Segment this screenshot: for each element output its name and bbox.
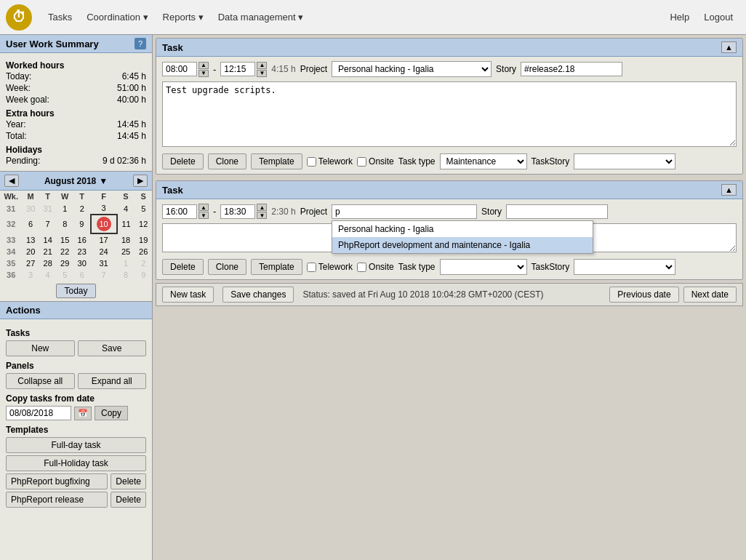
task2-taskstory-select[interactable] [574,259,675,275]
cal-day-31-5[interactable]: 4 [117,202,135,215]
task1-telework-checkbox[interactable] [307,157,316,167]
template2-delete-btn[interactable]: Delete [111,492,146,508]
cal-day-31-3[interactable]: 2 [73,202,91,215]
cal-day-32-6[interactable]: 12 [135,215,152,233]
cal-day-34-6[interactable]: 26 [135,246,152,257]
cal-day-35-0[interactable]: 27 [22,257,39,269]
cal-day-33-0[interactable]: 13 [22,233,39,246]
save-action-btn[interactable]: Save [78,340,147,356]
cal-day-36-1[interactable]: 4 [39,269,57,281]
calendar-prev-btn[interactable]: ◀ [4,175,19,187]
dropdown-option-1[interactable]: Personal hacking - Igalia [332,221,593,237]
cal-day-36-5[interactable]: 8 [117,269,135,281]
task1-end-up[interactable]: ▲ [257,62,267,69]
cal-day-33-3[interactable]: 16 [73,233,91,246]
cal-day-35-5[interactable]: 1 [117,257,135,269]
copy-btn[interactable]: Copy [95,406,128,420]
cal-day-35-6[interactable]: 2 [135,257,152,269]
task2-telework-checkbox[interactable] [307,263,316,272]
help-button[interactable]: ? [135,38,146,49]
task1-clone-btn[interactable]: Clone [208,153,246,169]
task1-end-input[interactable] [220,62,255,76]
template2-btn[interactable]: PhpReport release [6,492,108,508]
task1-onsite-checkbox[interactable] [357,157,366,167]
cal-day-31-4[interactable]: 3 [91,202,117,215]
cal-day-34-1[interactable]: 21 [39,246,57,257]
dropdown-option-2[interactable]: PhpReport development and maintenance - … [332,237,593,253]
calendar-next-btn[interactable]: ▶ [133,175,148,187]
task2-telework-label[interactable]: Telework [307,262,353,272]
cal-day-33-4[interactable]: 17 [91,233,117,246]
task1-start-up[interactable]: ▲ [198,62,209,69]
task1-onsite-label[interactable]: Onsite [357,156,394,167]
cal-day-33-2[interactable]: 15 [56,233,73,246]
task2-onsite-label[interactable]: Onsite [357,262,394,272]
new-task-btn[interactable]: New task [162,287,214,303]
task2-end-down[interactable]: ▼ [257,212,267,219]
cal-day-36-3[interactable]: 6 [73,269,91,281]
cal-day-36-0[interactable]: 3 [22,269,39,281]
task1-description[interactable]: Test upgrade scripts. [162,81,737,147]
save-changes-btn[interactable]: Save changes [222,287,294,303]
cal-day-33-6[interactable]: 19 [135,233,152,246]
cal-day-36-4[interactable]: 7 [91,269,117,281]
task1-template-btn[interactable]: Template [251,153,302,169]
copy-date-input[interactable] [6,406,71,420]
task2-template-btn[interactable]: Template [251,259,302,275]
task1-start-input[interactable] [162,62,197,76]
task1-telework-label[interactable]: Telework [307,156,353,167]
cal-day-35-2[interactable]: 29 [56,257,73,269]
task1-start-down[interactable]: ▼ [198,70,209,77]
task1-project-select[interactable]: Personal hacking - Igalia [332,61,492,77]
cal-day-35-4[interactable]: 31 [91,257,117,269]
cal-day-36-2[interactable]: 5 [56,269,73,281]
task2-start-down[interactable]: ▼ [198,212,209,219]
cal-day-34-2[interactable]: 22 [56,246,73,257]
task2-start-up[interactable]: ▲ [198,204,209,211]
nav-coordination[interactable]: Coordination ▾ [79,1,155,33]
cal-day-35-3[interactable]: 30 [73,257,91,269]
cal-day-33-5[interactable]: 18 [117,233,135,246]
nav-tasks[interactable]: Tasks [41,1,79,33]
task1-story-input[interactable] [521,62,622,76]
full-holiday-task-btn[interactable]: Full-Holiday task [6,455,146,471]
task2-tasktype-select[interactable] [440,259,527,275]
task2-start-input[interactable] [162,204,197,219]
expand-all-btn[interactable]: Expand all [78,373,147,389]
copy-cal-btn[interactable]: 📅 [74,407,92,420]
nav-reports[interactable]: Reports ▾ [156,1,211,33]
task2-project-input[interactable] [332,204,477,219]
task2-end-input[interactable] [220,204,255,219]
cal-day-31-0[interactable]: 30 [22,202,39,215]
template1-btn[interactable]: PhpReport bugfixing [6,473,108,489]
nav-data-management[interactable]: Data management ▾ [211,1,311,33]
cal-day-31-6[interactable]: 5 [135,202,152,215]
new-task-action-btn[interactable]: New [6,340,75,356]
task1-collapse-btn[interactable]: ▲ [721,41,737,53]
next-date-btn[interactable]: Next date [683,287,737,303]
nav-logout[interactable]: Logout [697,1,740,33]
cal-day-33-1[interactable]: 14 [39,233,57,246]
full-day-task-btn[interactable]: Full-day task [6,437,146,453]
cal-day-32-0[interactable]: 6 [22,215,39,233]
cal-day-32-5[interactable]: 11 [117,215,135,233]
task2-story-input[interactable] [506,204,608,219]
task1-delete-btn[interactable]: Delete [162,153,204,169]
task2-clone-btn[interactable]: Clone [208,259,246,275]
task1-tasktype-select[interactable]: Maintenance [440,153,527,169]
cal-day-34-4[interactable]: 24 [91,246,117,257]
cal-day-36-6[interactable]: 9 [135,269,152,281]
previous-date-btn[interactable]: Previous date [609,287,678,303]
cal-day-34-0[interactable]: 20 [22,246,39,257]
cal-day-32-2[interactable]: 8 [56,215,73,233]
cal-day-35-1[interactable]: 28 [39,257,57,269]
today-button[interactable]: Today [56,284,95,298]
task2-onsite-checkbox[interactable] [357,263,366,272]
cal-day-31-1[interactable]: 31 [39,202,57,215]
task2-end-up[interactable]: ▲ [257,204,267,211]
template1-delete-btn[interactable]: Delete [111,473,146,489]
task2-delete-btn[interactable]: Delete [162,259,204,275]
cal-day-32-1[interactable]: 7 [39,215,57,233]
nav-help[interactable]: Help [662,1,697,33]
collapse-all-btn[interactable]: Collapse all [6,373,75,389]
